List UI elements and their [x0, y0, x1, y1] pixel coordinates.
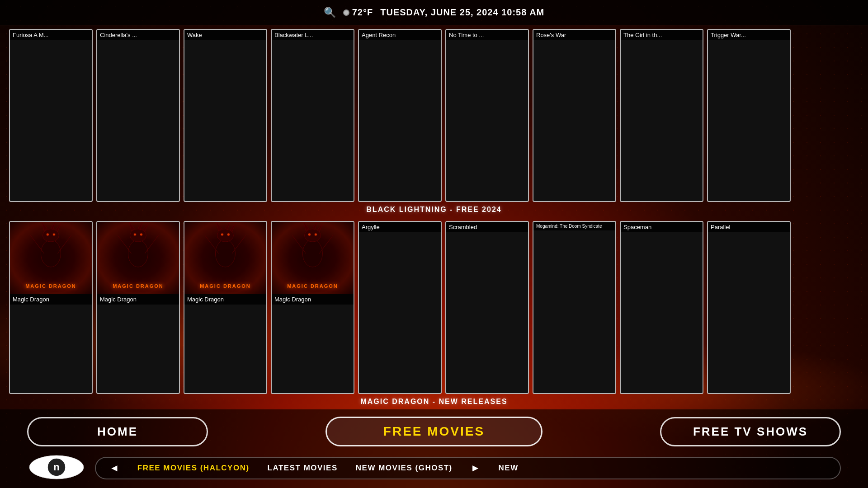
movie-card-cinderella[interactable]: CINDERELLA'SCURSE 28 JUNE 2024 Cinderell… — [96, 29, 180, 202]
svg-point-26 — [227, 233, 230, 236]
movie-card-wake[interactable]: WAKE THRILLER Wake — [184, 29, 267, 202]
top-bar: 🔍 72°F TUESDAY, JUNE 25, 2024 10:58 AM — [0, 0, 868, 25]
movie-title: Agent Recon — [359, 30, 441, 40]
movie-card-agentrecon[interactable]: AGENT RECON Agent Recon — [358, 29, 442, 202]
movie-card-dragon4[interactable]: MAGIC DRAGON Magic Dragon — [271, 221, 354, 394]
movie-title: Megamind: The Doom Syndicate — [533, 222, 615, 230]
dragon-label: MAGIC DRAGON — [10, 283, 92, 289]
svg-point-8 — [52, 233, 55, 236]
movie-title: Magic Dragon — [184, 294, 266, 305]
svg-point-7 — [46, 233, 49, 236]
row2-label: MAGIC DRAGON - NEW RELEASES — [9, 396, 859, 409]
movie-title: Magic Dragon — [272, 294, 354, 305]
temperature: 72°F — [352, 7, 373, 18]
svg-point-25 — [221, 233, 223, 236]
movie-title: Rose's War — [533, 30, 615, 40]
carousel-arrow-right[interactable]: ► — [471, 462, 481, 474]
svg-text:n: n — [53, 461, 59, 473]
movie-card-blackwater[interactable]: BLACKWATER BLACKWATER LANE Blackwater L.… — [271, 29, 354, 202]
movie-title: Blackwater L... — [272, 30, 354, 40]
movie-title: The Girl in th... — [621, 30, 703, 40]
svg-marker-32 — [292, 235, 306, 253]
movie-card-parallel[interactable]: PARALLEL Parallel — [707, 221, 791, 394]
svg-marker-2 — [42, 222, 47, 231]
movie-title: Argylle — [359, 222, 441, 232]
movie-title: No Time to ... — [446, 30, 528, 40]
movie-card-roseswar[interactable]: IMOGEN POOTS Heiress. Rebel. Revolutiona… — [533, 29, 616, 202]
svg-marker-24 — [232, 235, 245, 253]
svg-marker-13 — [142, 224, 148, 232]
free-tv-shows-label: FREE TV SHOWS — [693, 425, 808, 438]
movie-card-girltrunk[interactable]: KATHARINA PLASSBERG THE GIRLIN THETRUNK … — [620, 29, 703, 202]
weather-widget: 72°F — [343, 7, 373, 18]
svg-marker-22 — [230, 224, 235, 232]
svg-point-35 — [314, 233, 317, 236]
home-label: HOME — [97, 425, 138, 438]
movie-row-2: MAGIC DRAGON Magic Dragon — [9, 217, 859, 396]
bottom-bar: n ◄ FREE MOVIES (HALCYON) LATEST MOVIES … — [27, 454, 841, 483]
svg-point-17 — [140, 233, 142, 236]
movie-card-argylle[interactable]: ARGYLLE Argylle — [358, 221, 442, 394]
svg-marker-21 — [225, 222, 230, 230]
movie-card-scrambled[interactable]: SCRAMBLED Scrambled — [445, 221, 529, 394]
row1-label: BLACK LIGHTNING - FREE 2024 — [9, 204, 859, 217]
bottom-nav-carousel: ◄ FREE MOVIES (HALCYON) LATEST MOVIES NE… — [95, 457, 841, 479]
movie-card-furiosa[interactable]: ANYATAYLOR-JOY CHRISHEMSWORTH FURIOSA A … — [9, 29, 93, 202]
free-movies-button[interactable]: FREE MOVIES — [326, 417, 542, 446]
dragon-label: MAGIC DRAGON — [184, 283, 266, 289]
svg-marker-31 — [317, 224, 322, 232]
dragon-label: MAGIC DRAGON — [97, 283, 179, 289]
svg-point-16 — [133, 233, 136, 236]
movie-title: Wake — [184, 30, 266, 40]
home-button[interactable]: HOME — [27, 417, 208, 446]
free-tv-shows-button[interactable]: FREE TV SHOWS — [660, 417, 841, 446]
movie-title: Magic Dragon — [10, 294, 92, 305]
movie-card-trigger[interactable]: JESSICA ALBA TRIGGERWARNING Stephanie be… — [707, 29, 791, 202]
movie-card-notime[interactable]: Nickelodeon NO TIMETO SPY NEW MOVIE No T… — [445, 29, 529, 202]
svg-marker-11 — [129, 222, 134, 231]
weather-icon — [343, 9, 349, 16]
svg-marker-33 — [319, 235, 333, 253]
movie-title: Magic Dragon — [97, 294, 179, 305]
movie-card-dragon3[interactable]: MAGIC DRAGON Magic Dragon — [184, 221, 267, 394]
svg-marker-23 — [205, 235, 218, 253]
movie-title: Furiosa A M... — [10, 30, 92, 40]
movie-section: ANYATAYLOR-JOY CHRISHEMSWORTH FURIOSA A … — [0, 25, 868, 409]
datetime: TUESDAY, JUNE 25, 2024 10:58 AM — [380, 7, 544, 18]
svg-marker-6 — [57, 235, 71, 253]
carousel-item-latest[interactable]: LATEST MOVIES — [268, 464, 338, 473]
svg-marker-20 — [216, 222, 222, 231]
movie-card-megamind[interactable]: DreamWorks MEGAMIND THE DOOM SYNDICATE M… — [533, 221, 616, 394]
svg-point-34 — [308, 233, 311, 236]
nav-buttons: HOME FREE MOVIES FREE TV SHOWS — [27, 417, 841, 446]
movie-card-dragon2[interactable]: MAGIC DRAGON Magic Dragon — [96, 221, 180, 394]
carousel-item-halcyon[interactable]: FREE MOVIES (HALCYON) — [137, 464, 250, 473]
search-icon[interactable]: 🔍 — [324, 7, 336, 19]
svg-marker-5 — [30, 235, 44, 253]
movie-title: Parallel — [708, 222, 790, 232]
carousel-item-ghost[interactable]: NEW MOVIES (GHOST) — [356, 464, 453, 473]
carousel-arrow-left[interactable]: ◄ — [109, 462, 119, 474]
bottom-area: HOME FREE MOVIES FREE TV SHOWS n — [0, 409, 868, 488]
svg-marker-15 — [145, 235, 158, 253]
dragon-label: MAGIC DRAGON — [272, 283, 354, 289]
svg-marker-30 — [312, 222, 317, 230]
svg-marker-4 — [55, 224, 61, 232]
svg-marker-12 — [138, 222, 142, 230]
free-movies-label: FREE MOVIES — [383, 424, 485, 438]
svg-marker-29 — [303, 222, 309, 231]
svg-marker-3 — [51, 222, 55, 230]
movie-card-dragon1[interactable]: MAGIC DRAGON Magic Dragon — [9, 221, 93, 394]
movie-title: Trigger War... — [708, 30, 790, 40]
movie-title: Scrambled — [446, 222, 528, 232]
svg-marker-14 — [118, 235, 131, 253]
carousel-item-new[interactable]: NEW — [499, 464, 519, 473]
movie-row-1: ANYATAYLOR-JOY CHRISHEMSWORTH FURIOSA A … — [9, 25, 859, 204]
movie-title: Spaceman — [621, 222, 703, 232]
nova-logo: n — [27, 454, 86, 483]
movie-title: Cinderella's ... — [97, 30, 179, 40]
movie-card-spaceman[interactable]: SPACEMAN Spaceman — [620, 221, 703, 394]
